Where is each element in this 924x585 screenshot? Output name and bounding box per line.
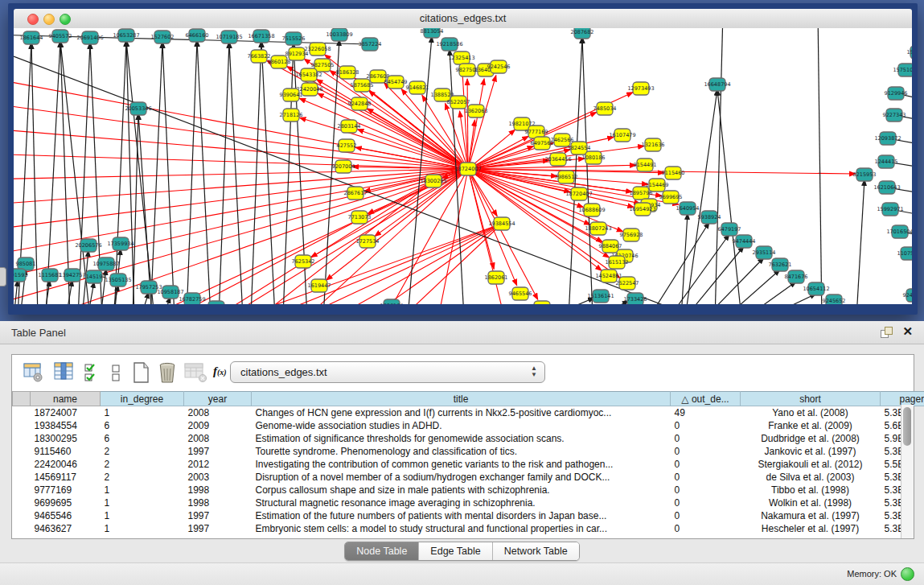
table-row[interactable]: 977716911998Corpus callosum shape and si… bbox=[13, 484, 924, 496]
graph-node[interactable]: 1362063 bbox=[465, 105, 488, 117]
graph-node[interactable]: 9242546 bbox=[487, 60, 511, 73]
select-all-icon[interactable] bbox=[83, 361, 104, 384]
graph-node[interactable]: 9405572 bbox=[49, 30, 72, 43]
graph-node[interactable]: 1895796 bbox=[630, 187, 653, 200]
graph-node[interactable]: 9245012 bbox=[903, 289, 912, 302]
window-titlebar[interactable]: citations_edges.txt bbox=[14, 9, 912, 29]
column-header-gutter[interactable] bbox=[13, 392, 31, 406]
float-panel-icon[interactable] bbox=[881, 327, 892, 338]
graph-node[interactable]: 9756928 bbox=[620, 229, 643, 241]
graph-node[interactable]: 10653287 bbox=[113, 29, 139, 42]
column-header-pagerank[interactable]: pagerank bbox=[881, 392, 924, 406]
graph-node[interactable]: 5938924 bbox=[698, 211, 721, 224]
graph-node[interactable]: 2718126 bbox=[280, 109, 303, 122]
graph-node[interactable]: 9474444 bbox=[733, 235, 756, 248]
tab-node-table[interactable]: Node Table bbox=[345, 542, 418, 560]
graph-node[interactable]: 9146821 bbox=[406, 81, 429, 94]
column-header-title[interactable]: title bbox=[252, 392, 671, 406]
graph-node[interactable]: 1619447 bbox=[308, 279, 331, 292]
graph-node[interactable]: 1640954 bbox=[676, 202, 700, 215]
graph-node[interactable]: 8454749 bbox=[384, 76, 408, 89]
tab-edge-table[interactable]: Edge Table bbox=[418, 542, 491, 560]
graph-node[interactable]: 14923445 bbox=[203, 301, 229, 304]
graph-node[interactable]: 9390641 bbox=[280, 89, 303, 101]
graph-node[interactable]: 9129946 bbox=[885, 87, 908, 100]
graph-node[interactable]: 2803144 bbox=[338, 120, 361, 133]
table-row[interactable]: 969969511998Structural magnetic resonanc… bbox=[13, 496, 924, 509]
graph-node[interactable]: 20691406 bbox=[76, 31, 103, 44]
graph-node[interactable]: 16648794 bbox=[704, 78, 730, 91]
column-header-name[interactable]: name bbox=[31, 392, 101, 406]
graph-node[interactable]: 2935114 bbox=[753, 246, 776, 259]
graph-node[interactable]: 6479197 bbox=[718, 223, 741, 236]
graph-node[interactable]: 13505135 bbox=[105, 274, 131, 286]
graph-node[interactable]: 10719185 bbox=[216, 31, 242, 43]
graph-node[interactable]: 9465546 bbox=[509, 287, 532, 300]
tab-network-table[interactable]: Network Table bbox=[492, 542, 579, 560]
graph-node[interactable]: 1115681 bbox=[39, 269, 62, 282]
graph-node[interactable]: 2522547 bbox=[616, 277, 639, 290]
graph-node[interactable]: 1321636 bbox=[642, 138, 665, 151]
column-header-year[interactable]: year bbox=[184, 392, 252, 406]
table-row[interactable]: 2242004622012Investigating the contribut… bbox=[13, 458, 924, 471]
graph-node[interactable]: 1733426 bbox=[624, 293, 647, 304]
table-panel-titlebar[interactable]: Table Panel ✕ bbox=[0, 321, 924, 344]
graph-node[interactable]: 15992971 bbox=[877, 203, 903, 216]
column-header-in_degree[interactable]: in_degree bbox=[101, 392, 184, 406]
graph-node[interactable]: 19218586 bbox=[436, 38, 462, 51]
graph-node[interactable]: 9699695 bbox=[659, 191, 683, 204]
graph-node[interactable]: 10033809 bbox=[326, 28, 352, 41]
graph-node[interactable]: 1861644 bbox=[20, 31, 43, 44]
graph-node[interactable]: 10688609 bbox=[578, 204, 605, 216]
graph-node[interactable]: 8215953 bbox=[853, 168, 877, 181]
table-row[interactable]: 946554611997Estimation of the future num… bbox=[13, 509, 924, 522]
table-row[interactable]: 1830029562008Estimation of significance … bbox=[13, 432, 924, 445]
graph-node[interactable]: 2867617 bbox=[344, 187, 368, 200]
graph-node[interactable]: 391593 bbox=[14, 269, 27, 282]
graph-node[interactable]: 7986512 bbox=[555, 171, 578, 183]
graph-node[interactable]: 1615132 bbox=[606, 256, 629, 269]
graph-node[interactable]: 9245652 bbox=[823, 295, 846, 304]
graph-node[interactable]: 1527602 bbox=[151, 31, 175, 43]
graph-node[interactable]: 9207004 bbox=[332, 160, 355, 173]
graph-node[interactable]: 8471676 bbox=[785, 270, 808, 283]
graph-node[interactable]: 1145194 bbox=[83, 270, 106, 283]
graph-node[interactable]: 10975887 bbox=[92, 257, 119, 270]
table-selector-dropdown[interactable]: citations_edges.txt ▲▼ bbox=[230, 361, 545, 383]
graph-node[interactable]: 20206576 bbox=[75, 239, 101, 252]
graph-node[interactable]: 7625342 bbox=[292, 255, 315, 268]
graph-node[interactable]: 1354874 bbox=[531, 301, 554, 304]
graph-node[interactable]: 17359934 bbox=[107, 237, 133, 250]
graph-node[interactable]: 12093872 bbox=[874, 132, 901, 145]
table-settings-icon[interactable] bbox=[23, 361, 44, 384]
graph-node[interactable]: 7485034 bbox=[593, 102, 617, 115]
graph-node[interactable]: 8522057 bbox=[447, 96, 470, 109]
close-panel-icon[interactable]: ✕ bbox=[902, 325, 913, 338]
graph-node[interactable]: 1727534 bbox=[356, 235, 380, 248]
graph-node[interactable]: 7713073 bbox=[348, 211, 372, 224]
graph-node[interactable]: 2087682 bbox=[571, 28, 594, 39]
deselect-all-icon[interactable] bbox=[107, 361, 128, 384]
delete-icon[interactable] bbox=[157, 361, 178, 384]
network-graph[interactable]: 1872400718616449405572206914061065328715… bbox=[14, 28, 912, 304]
graph-node[interactable]: 16210643 bbox=[873, 181, 900, 194]
table-row[interactable]: 1872400712008Changes of HCN gene express… bbox=[13, 406, 924, 420]
graph-node[interactable]: 427552 bbox=[337, 139, 357, 152]
graph-node[interactable]: 9860128 bbox=[268, 56, 291, 68]
table-row[interactable]: 946362711997Embryonic stem cells: a mode… bbox=[13, 522, 924, 535]
table-row[interactable]: 1938455462009Genome-wide association stu… bbox=[13, 419, 924, 432]
table-row[interactable]: 1456911722003Disruption of a novel membe… bbox=[13, 471, 924, 484]
graph-node[interactable]: 10654112 bbox=[803, 282, 829, 295]
graph-node[interactable]: 20364456 bbox=[544, 153, 571, 166]
graph-node[interactable]: 12325413 bbox=[448, 51, 474, 64]
graph-node[interactable]: 3857224 bbox=[359, 38, 382, 51]
graph-node[interactable]: 16671358 bbox=[248, 30, 274, 43]
graph-node[interactable]: 16107479 bbox=[609, 129, 635, 142]
graph-node[interactable]: 7632621 bbox=[769, 258, 792, 271]
graph-node[interactable]: 9115460 bbox=[662, 167, 685, 179]
graph-node[interactable]: 1244415 bbox=[875, 155, 898, 168]
graph-node[interactable]: 9242848 bbox=[348, 97, 372, 110]
graph-node[interactable]: 6466160 bbox=[186, 29, 209, 42]
graph-node[interactable]: 17016504 bbox=[886, 225, 912, 238]
table-row[interactable]: 911546021997Tourette syndrome. Phenomeno… bbox=[13, 445, 924, 458]
